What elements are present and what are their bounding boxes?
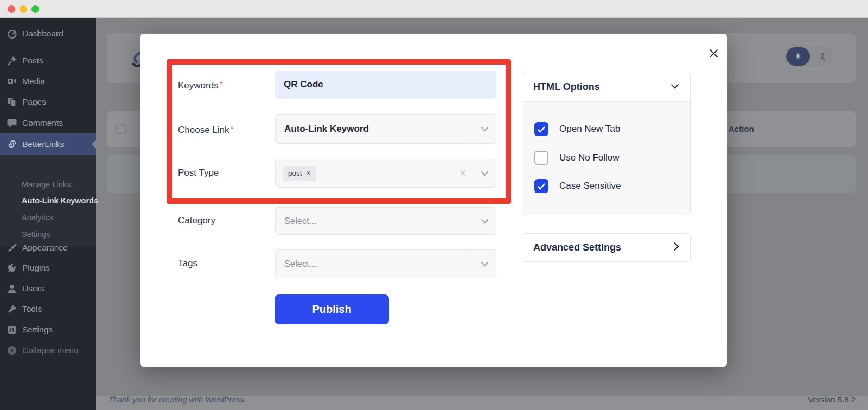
sidebar-item-label: Collapse menu bbox=[22, 345, 78, 355]
sidebar-item-collapse-menu[interactable]: Collapse menu bbox=[0, 341, 96, 360]
theme-toggle[interactable]: ☀ ☾ bbox=[782, 43, 837, 69]
html-options-panel: HTML Options Open New Tab Use No Follow … bbox=[522, 72, 691, 215]
case-sensitive-option[interactable]: Case Sensitive bbox=[534, 179, 621, 193]
window-close-button[interactable] bbox=[8, 5, 15, 13]
tags-label: Tags bbox=[178, 258, 197, 269]
media-icon bbox=[7, 76, 17, 87]
users-icon bbox=[7, 283, 17, 294]
appearance-icon bbox=[7, 242, 17, 253]
comment-icon bbox=[7, 118, 17, 129]
chevron-down-icon[interactable] bbox=[473, 219, 496, 224]
submenu-item-analytics[interactable]: Analytics bbox=[22, 213, 53, 225]
wordpress-link[interactable]: WordPress bbox=[205, 395, 244, 404]
close-icon[interactable] bbox=[706, 46, 720, 60]
screen: Dashboard Posts Media Pages Comments bbox=[0, 0, 868, 410]
sidebar-item-label: Appearance bbox=[22, 243, 68, 253]
sidebar-item-label: Tools bbox=[22, 304, 42, 314]
checkbox-checked-icon[interactable] bbox=[534, 122, 548, 136]
window-maximize-button[interactable] bbox=[31, 5, 39, 13]
keywords-input[interactable]: QR Code bbox=[275, 71, 496, 99]
choose-link-label: Choose Link* bbox=[178, 124, 233, 136]
sidebar-item-label: BetterLinks bbox=[22, 139, 65, 149]
html-options-header[interactable]: HTML Options bbox=[522, 72, 690, 102]
post-type-chip: post ✕ bbox=[283, 166, 316, 181]
table-header-action: Action bbox=[729, 124, 754, 133]
window-titlebar bbox=[0, 0, 868, 18]
use-no-follow-option[interactable]: Use No Follow bbox=[534, 151, 620, 165]
sidebar-item-label: Comments bbox=[22, 118, 63, 128]
dashboard-icon bbox=[7, 28, 17, 39]
sidebar-item-label: Pages bbox=[22, 97, 46, 107]
category-label: Category bbox=[178, 215, 215, 226]
checkbox-label: Open New Tab bbox=[559, 124, 620, 134]
sidebar-item-label: Posts bbox=[22, 56, 43, 66]
checkbox-label: Case Sensitive bbox=[559, 181, 621, 191]
chip-remove-icon[interactable]: ✕ bbox=[306, 170, 311, 177]
chip-label: post bbox=[288, 169, 302, 177]
sidebar-item-label: Dashboard bbox=[22, 29, 63, 39]
plugin-icon bbox=[7, 262, 17, 273]
sidebar-item-posts[interactable]: Posts bbox=[0, 52, 96, 70]
post-type-select[interactable]: post ✕ ✕ bbox=[275, 159, 496, 188]
chevron-down-icon[interactable] bbox=[473, 171, 496, 176]
html-options-body: Open New Tab Use No Follow Case Sensitiv… bbox=[522, 102, 690, 215]
required-asterisk: * bbox=[231, 124, 234, 133]
keywords-value: QR Code bbox=[284, 79, 323, 90]
advanced-settings-title: Advanced Settings bbox=[533, 242, 621, 253]
chevron-down-icon[interactable] bbox=[473, 126, 496, 132]
active-item-arrow bbox=[92, 139, 97, 149]
tags-select[interactable]: Select... bbox=[275, 249, 496, 278]
select-all-checkbox[interactable] bbox=[116, 124, 126, 134]
choose-link-select[interactable]: Auto-Link Keyword bbox=[275, 114, 496, 144]
sidebar-item-label: Settings bbox=[22, 325, 53, 335]
pages-icon bbox=[7, 97, 17, 107]
clear-icon[interactable]: ✕ bbox=[453, 168, 473, 178]
sidebar-item-comments[interactable]: Comments bbox=[0, 114, 96, 132]
tags-placeholder: Select... bbox=[284, 259, 317, 269]
choose-link-value: Auto-Link Keyword bbox=[284, 124, 369, 134]
light-mode-segment[interactable]: ☀ bbox=[786, 47, 810, 66]
sidebar-item-label: Plugins bbox=[22, 263, 50, 273]
admin-sidebar: Dashboard Posts Media Pages Comments bbox=[0, 18, 96, 410]
submenu-item-manage-links[interactable]: Manage Links bbox=[22, 180, 71, 192]
advanced-settings-panel[interactable]: Advanced Settings bbox=[522, 233, 691, 262]
checkbox-label: Use No Follow bbox=[559, 152, 620, 163]
category-select[interactable]: Select... bbox=[275, 207, 496, 235]
sidebar-item-plugins[interactable]: Plugins bbox=[0, 259, 96, 277]
open-new-tab-option[interactable]: Open New Tab bbox=[534, 122, 620, 136]
html-options-title: HTML Options bbox=[533, 81, 600, 93]
window-minimize-button[interactable] bbox=[20, 5, 27, 13]
submenu-item-auto-link-keywords[interactable]: Auto-Link Keywords bbox=[22, 196, 98, 208]
sidebar-item-label: Media bbox=[22, 76, 45, 86]
required-asterisk: * bbox=[220, 79, 223, 88]
moon-icon[interactable]: ☾ bbox=[820, 50, 828, 62]
category-placeholder: Select... bbox=[284, 216, 317, 226]
sidebar-item-appearance[interactable]: Appearance bbox=[0, 239, 96, 257]
settings-icon bbox=[7, 324, 17, 335]
chevron-right-icon bbox=[673, 242, 679, 253]
sidebar-item-dashboard[interactable]: Dashboard bbox=[0, 24, 96, 43]
version-label: Version 5.8.2 bbox=[760, 395, 856, 404]
pushpin-icon bbox=[7, 55, 17, 66]
sidebar-item-betterlinks[interactable]: BetterLinks bbox=[0, 133, 96, 155]
chevron-down-icon bbox=[671, 82, 679, 92]
chevron-down-icon[interactable] bbox=[473, 261, 496, 267]
sidebar-item-label: Users bbox=[22, 284, 44, 293]
tools-icon bbox=[7, 304, 17, 315]
footer-thanks: Thank you for creating with WordPress. bbox=[108, 395, 246, 404]
add-keyword-modal: Keywords* Choose Link* Post Type Categor… bbox=[140, 34, 727, 367]
sidebar-item-media[interactable]: Media bbox=[0, 72, 96, 91]
checkbox-unchecked-icon[interactable] bbox=[534, 151, 548, 165]
collapse-icon bbox=[7, 345, 17, 356]
keywords-label: Keywords* bbox=[178, 79, 222, 91]
post-type-label: Post Type bbox=[178, 168, 219, 178]
publish-button[interactable]: Publish bbox=[275, 294, 389, 324]
sidebar-item-users[interactable]: Users bbox=[0, 279, 96, 298]
sidebar-item-pages[interactable]: Pages bbox=[0, 93, 96, 111]
link-icon bbox=[7, 139, 17, 150]
sidebar-item-tools[interactable]: Tools bbox=[0, 300, 96, 318]
sun-icon: ☀ bbox=[794, 52, 801, 61]
betterlinks-submenu: Manage Links Auto-Link Keywords Analytic… bbox=[0, 155, 96, 247]
checkbox-checked-icon[interactable] bbox=[534, 179, 548, 193]
sidebar-item-settings[interactable]: Settings bbox=[0, 321, 96, 339]
